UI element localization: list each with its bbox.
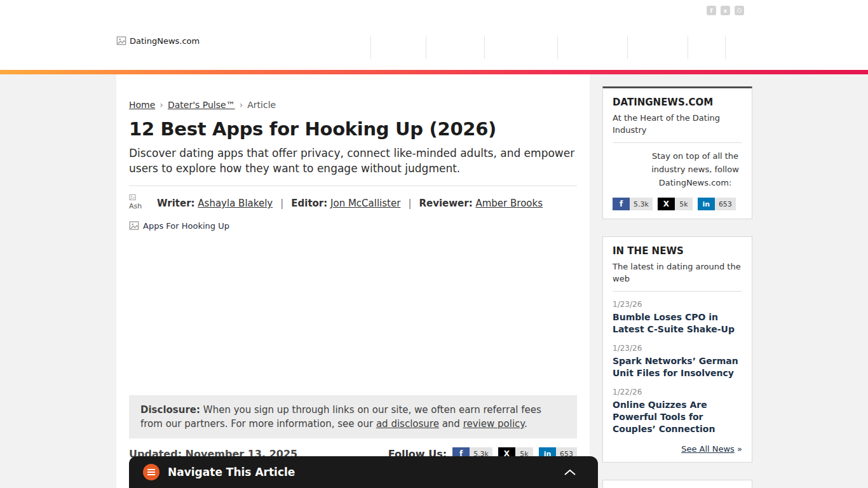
news-date: 1/22/26 (613, 388, 742, 396)
disclosure-text: . (524, 418, 527, 430)
divider (613, 142, 742, 143)
news-item[interactable]: 1/23/26 Bumble Loses CPO in Latest C-Sui… (613, 300, 742, 336)
about-share-row: f 5.3k X 5k in 653 (613, 198, 742, 210)
nav-divider (725, 36, 726, 59)
disclosure-box: Disclosure: When you sign up through lin… (129, 395, 577, 438)
see-all-news: See All News » (613, 444, 742, 454)
list-menu-icon (143, 464, 159, 480)
news-title-link[interactable]: Bumble Loses CPO in Latest C-Suite Shake… (613, 311, 742, 336)
navigate-bar-label: Navigate This Article (168, 466, 295, 478)
news-title-link[interactable]: Spark Networks’ German Unit Files for In… (613, 355, 742, 379)
x-twitter-icon[interactable]: x (721, 6, 730, 15)
broken-image-icon (129, 194, 136, 201)
reviewer-label: Reviewer: (419, 198, 472, 209)
header-social-links: f x (707, 6, 744, 15)
disclosure-label: Disclosure: (140, 404, 200, 416)
nav-divider (484, 36, 485, 59)
nav-divider (627, 36, 628, 59)
broken-image-icon (129, 220, 139, 231)
writer-label: Writer: (157, 198, 195, 209)
news-date: 1/23/26 (613, 344, 742, 353)
header-accent-bar (0, 70, 868, 74)
facebook-icon[interactable]: f (707, 6, 716, 15)
broken-image-icon (116, 36, 126, 46)
reviewer-link[interactable]: Amber Brooks (475, 198, 543, 209)
facebook-icon: f (613, 198, 630, 210)
nav-divider (557, 36, 558, 59)
page-title: 12 Best Apps for Hooking Up (2026) (129, 118, 577, 140)
writer-avatar-alt-text: Ash (129, 202, 142, 210)
linkedin-share-button[interactable]: in 653 (698, 198, 736, 210)
instagram-ring (737, 8, 742, 13)
facebook-share-count: 5.3k (630, 198, 653, 210)
see-all-news-link[interactable]: See All News (681, 444, 735, 454)
about-subtitle: At the Heart of the Dating Industry (613, 112, 742, 136)
navigate-article-bar[interactable]: Navigate This Article (129, 456, 598, 488)
see-all-arrow: » (737, 444, 742, 454)
linkedin-icon: in (698, 198, 715, 210)
breadcrumb-separator: › (159, 100, 163, 110)
instagram-icon[interactable] (735, 6, 744, 15)
byline: Ash Writer: Ashayla Blakely | Editor: Jo… (129, 194, 577, 213)
x-share-button[interactable]: X 5k (658, 198, 693, 210)
nav-divider (370, 36, 371, 59)
about-text: Stay on top of all the industry news, fo… (648, 149, 742, 189)
sidebar: DATINGNEWS.COM At the Heart of the Datin… (602, 74, 752, 488)
linkedin-share-count: 653 (715, 198, 736, 210)
disclosure-text: and (439, 418, 463, 430)
byline-separator: | (280, 198, 283, 209)
divider (613, 291, 742, 292)
x-twitter-icon: X (658, 198, 675, 210)
byline-separator: | (408, 198, 411, 209)
ad-disclosure-link[interactable]: ad disclosure (376, 418, 439, 430)
breadcrumb-home-link[interactable]: Home (129, 100, 155, 110)
nav-divider (426, 36, 426, 59)
divider (129, 186, 577, 186)
hero-alt-text: Apps For Hooking Up (143, 221, 229, 231)
news-title-link[interactable]: Online Quizzes Are Powerful Tools for Co… (613, 399, 742, 435)
site-logo[interactable]: DatingNews.com (116, 36, 200, 47)
news-box-subtitle: The latest in dating around the web (613, 261, 742, 285)
sidebar-news-box: IN THE NEWS The latest in dating around … (602, 236, 752, 463)
breadcrumb-section-link[interactable]: Dater's Pulse™ (168, 100, 235, 110)
news-item[interactable]: 1/23/26 Spark Networks’ German Unit File… (613, 344, 742, 379)
writer-link[interactable]: Ashayla Blakely (198, 198, 273, 209)
hero-image-placeholder: Apps For Hooking Up (129, 220, 577, 395)
sidebar-about-box: DATINGNEWS.COM At the Heart of the Datin… (602, 86, 752, 219)
chevron-up-icon[interactable] (564, 469, 576, 476)
about-title: DATINGNEWS.COM (613, 97, 742, 108)
breadcrumb-separator: › (240, 100, 243, 110)
editor-link[interactable]: Jon McCallister (330, 198, 400, 209)
site-header: f x DatingNews.com (0, 0, 868, 70)
article-subtitle: Discover dating apps that offer privacy,… (129, 146, 577, 176)
logo-alt-text: DatingNews.com (130, 36, 200, 47)
facebook-share-button[interactable]: f 5.3k (613, 198, 653, 210)
sidebar-movers-box: MOVERS & SHAKERS (602, 480, 752, 488)
review-policy-link[interactable]: review policy (463, 418, 524, 430)
editor-label: Editor: (291, 198, 327, 209)
news-item[interactable]: 1/22/26 Online Quizzes Are Powerful Tool… (613, 388, 742, 435)
breadcrumb-current: Article (247, 100, 276, 110)
news-date: 1/23/26 (613, 300, 742, 309)
news-box-title: IN THE NEWS (613, 245, 742, 257)
writer-avatar: Ash (129, 194, 151, 213)
nav-divider (688, 36, 688, 59)
x-share-count: 5k (675, 198, 693, 210)
article-column: Home›Dater's Pulse™›Article 12 Best Apps… (116, 74, 590, 488)
breadcrumb: Home›Dater's Pulse™›Article (129, 100, 577, 110)
